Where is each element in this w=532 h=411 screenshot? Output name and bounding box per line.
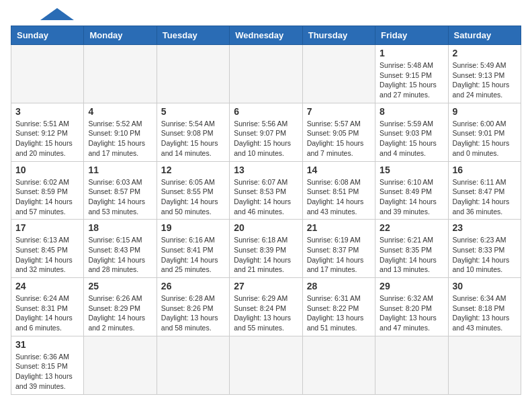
day-of-week-header: Tuesday (157, 26, 229, 45)
calendar-header-row: SundayMondayTuesdayWednesdayThursdayFrid… (11, 26, 521, 45)
calendar-day-cell (157, 45, 229, 103)
day-info: Sunrise: 5:51 AM Sunset: 9:12 PM Dayligh… (15, 119, 79, 158)
day-number: 11 (88, 165, 152, 175)
day-number: 6 (234, 106, 298, 117)
day-number: 27 (234, 281, 298, 291)
day-info: Sunrise: 6:26 AM Sunset: 8:29 PM Dayligh… (88, 293, 152, 333)
calendar-week-row: 24Sunrise: 6:24 AM Sunset: 8:31 PM Dayli… (11, 278, 521, 336)
day-number: 17 (15, 222, 79, 233)
day-number: 16 (453, 165, 517, 175)
page-header (11, 11, 521, 20)
calendar-day-cell: 22Sunrise: 6:21 AM Sunset: 8:35 PM Dayli… (375, 220, 448, 278)
day-info: Sunrise: 6:28 AM Sunset: 8:26 PM Dayligh… (161, 293, 225, 333)
calendar-day-cell: 11Sunrise: 6:03 AM Sunset: 8:57 PM Dayli… (84, 161, 157, 220)
day-of-week-header: Friday (375, 26, 448, 45)
day-number: 14 (307, 165, 371, 175)
svg-marker-0 (40, 8, 74, 20)
calendar-day-cell: 18Sunrise: 6:15 AM Sunset: 8:43 PM Dayli… (84, 220, 157, 278)
day-of-week-header: Monday (84, 26, 157, 45)
day-info: Sunrise: 6:02 AM Sunset: 8:59 PM Dayligh… (15, 177, 79, 217)
day-info: Sunrise: 6:21 AM Sunset: 8:35 PM Dayligh… (380, 235, 443, 275)
calendar-day-cell: 26Sunrise: 6:28 AM Sunset: 8:26 PM Dayli… (157, 278, 229, 336)
day-number: 19 (161, 222, 225, 233)
day-number: 20 (234, 222, 298, 233)
calendar-day-cell: 3Sunrise: 5:51 AM Sunset: 9:12 PM Daylig… (11, 103, 84, 161)
calendar-day-cell: 19Sunrise: 6:16 AM Sunset: 8:41 PM Dayli… (157, 220, 229, 278)
day-number: 23 (453, 222, 517, 233)
day-info: Sunrise: 5:56 AM Sunset: 9:07 PM Dayligh… (234, 119, 298, 158)
day-number: 25 (88, 281, 152, 291)
day-info: Sunrise: 6:36 AM Sunset: 8:15 PM Dayligh… (15, 352, 79, 392)
calendar-day-cell: 17Sunrise: 6:13 AM Sunset: 8:45 PM Dayli… (11, 220, 84, 278)
calendar-day-cell (302, 45, 375, 103)
calendar-day-cell (84, 336, 157, 394)
calendar-day-cell (157, 336, 229, 394)
day-number: 21 (307, 222, 371, 233)
day-info: Sunrise: 5:48 AM Sunset: 9:15 PM Dayligh… (380, 60, 443, 100)
day-number: 30 (453, 281, 517, 291)
day-number: 9 (453, 106, 517, 117)
calendar-day-cell (11, 45, 84, 103)
day-info: Sunrise: 6:13 AM Sunset: 8:45 PM Dayligh… (15, 235, 79, 275)
day-info: Sunrise: 6:11 AM Sunset: 8:47 PM Dayligh… (453, 177, 517, 217)
day-of-week-header: Saturday (448, 26, 521, 45)
calendar-day-cell: 12Sunrise: 6:05 AM Sunset: 8:55 PM Dayli… (157, 161, 229, 220)
day-of-week-header: Sunday (11, 26, 84, 45)
day-number: 15 (380, 165, 443, 175)
day-info: Sunrise: 6:32 AM Sunset: 8:20 PM Dayligh… (380, 293, 443, 333)
calendar-day-cell: 14Sunrise: 6:08 AM Sunset: 8:51 PM Dayli… (302, 161, 375, 220)
calendar-day-cell: 9Sunrise: 6:00 AM Sunset: 9:01 PM Daylig… (448, 103, 521, 161)
calendar-week-row: 1Sunrise: 5:48 AM Sunset: 9:15 PM Daylig… (11, 45, 521, 103)
calendar-day-cell: 27Sunrise: 6:29 AM Sunset: 8:24 PM Dayli… (230, 278, 302, 336)
day-number: 4 (88, 106, 152, 117)
day-info: Sunrise: 6:10 AM Sunset: 8:49 PM Dayligh… (380, 177, 443, 217)
calendar-day-cell: 5Sunrise: 5:54 AM Sunset: 9:08 PM Daylig… (157, 103, 229, 161)
logo-icon (40, 8, 74, 20)
day-number: 7 (307, 106, 371, 117)
day-info: Sunrise: 6:07 AM Sunset: 8:53 PM Dayligh… (234, 177, 298, 217)
calendar-day-cell: 28Sunrise: 6:31 AM Sunset: 8:22 PM Dayli… (302, 278, 375, 336)
day-number: 31 (15, 339, 79, 350)
calendar-day-cell (302, 336, 375, 394)
day-number: 22 (380, 222, 443, 233)
calendar-week-row: 17Sunrise: 6:13 AM Sunset: 8:45 PM Dayli… (11, 220, 521, 278)
day-number: 28 (307, 281, 371, 291)
calendar-day-cell: 31Sunrise: 6:36 AM Sunset: 8:15 PM Dayli… (11, 336, 84, 394)
calendar-day-cell: 15Sunrise: 6:10 AM Sunset: 8:49 PM Dayli… (375, 161, 448, 220)
calendar-day-cell (375, 336, 448, 394)
calendar-day-cell: 21Sunrise: 6:19 AM Sunset: 8:37 PM Dayli… (302, 220, 375, 278)
calendar-day-cell (230, 336, 302, 394)
calendar-day-cell: 20Sunrise: 6:18 AM Sunset: 8:39 PM Dayli… (230, 220, 302, 278)
calendar-day-cell: 23Sunrise: 6:23 AM Sunset: 8:33 PM Dayli… (448, 220, 521, 278)
calendar-day-cell: 4Sunrise: 5:52 AM Sunset: 9:10 PM Daylig… (84, 103, 157, 161)
calendar-day-cell: 6Sunrise: 5:56 AM Sunset: 9:07 PM Daylig… (230, 103, 302, 161)
calendar-day-cell: 16Sunrise: 6:11 AM Sunset: 8:47 PM Dayli… (448, 161, 521, 220)
day-info: Sunrise: 5:57 AM Sunset: 9:05 PM Dayligh… (307, 119, 371, 158)
day-number: 12 (161, 165, 225, 175)
day-info: Sunrise: 5:49 AM Sunset: 9:13 PM Dayligh… (453, 60, 517, 100)
day-number: 18 (88, 222, 152, 233)
calendar-day-cell: 8Sunrise: 5:59 AM Sunset: 9:03 PM Daylig… (375, 103, 448, 161)
calendar-day-cell: 25Sunrise: 6:26 AM Sunset: 8:29 PM Dayli… (84, 278, 157, 336)
calendar-day-cell: 10Sunrise: 6:02 AM Sunset: 8:59 PM Dayli… (11, 161, 84, 220)
calendar-day-cell: 24Sunrise: 6:24 AM Sunset: 8:31 PM Dayli… (11, 278, 84, 336)
day-info: Sunrise: 6:05 AM Sunset: 8:55 PM Dayligh… (161, 177, 225, 217)
day-number: 26 (161, 281, 225, 291)
day-info: Sunrise: 6:00 AM Sunset: 9:01 PM Dayligh… (453, 119, 517, 158)
day-number: 29 (380, 281, 443, 291)
day-info: Sunrise: 6:03 AM Sunset: 8:57 PM Dayligh… (88, 177, 152, 217)
calendar-day-cell: 30Sunrise: 6:34 AM Sunset: 8:18 PM Dayli… (448, 278, 521, 336)
day-info: Sunrise: 6:24 AM Sunset: 8:31 PM Dayligh… (15, 293, 79, 333)
day-info: Sunrise: 6:31 AM Sunset: 8:22 PM Dayligh… (307, 293, 371, 333)
calendar-table: SundayMondayTuesdayWednesdayThursdayFrid… (11, 26, 521, 395)
day-number: 8 (380, 106, 443, 117)
day-of-week-header: Wednesday (230, 26, 302, 45)
calendar-day-cell (230, 45, 302, 103)
day-number: 1 (380, 48, 443, 58)
day-number: 5 (161, 106, 225, 117)
calendar-day-cell: 13Sunrise: 6:07 AM Sunset: 8:53 PM Dayli… (230, 161, 302, 220)
day-info: Sunrise: 6:29 AM Sunset: 8:24 PM Dayligh… (234, 293, 298, 333)
day-number: 3 (15, 106, 79, 117)
day-number: 13 (234, 165, 298, 175)
day-of-week-header: Thursday (302, 26, 375, 45)
